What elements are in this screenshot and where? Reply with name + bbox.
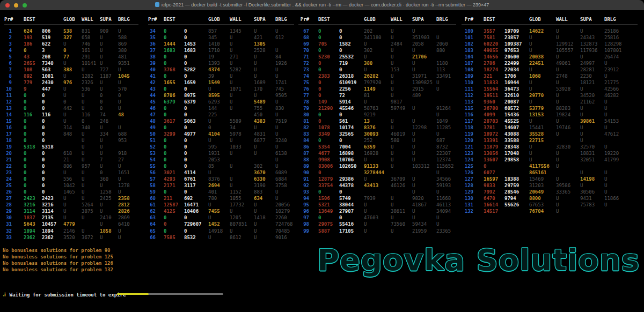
score-cell: 116 (42, 112, 63, 118)
score-cell: U (364, 54, 391, 60)
score-cell: 0 (42, 124, 63, 131)
score-cell: 24997 (580, 60, 604, 66)
score-cell: 6330 (254, 176, 275, 182)
score-cell: 3617 (164, 118, 184, 124)
problem-number: 130 (462, 195, 473, 202)
problem-number: 50 (148, 131, 156, 137)
score-cell: 2915 (412, 86, 436, 92)
score-cell: 49061 (556, 60, 580, 66)
problem-number: 1 (4, 28, 12, 34)
problem-number: 12 (4, 99, 12, 105)
table-row: 410039UUU (148, 73, 297, 79)
score-cell: U (580, 28, 604, 34)
table-row: 821078101748376U1229811285 (298, 124, 463, 131)
score-cell: U (118, 163, 138, 169)
spinner-icon: ⠼ (3, 292, 6, 298)
score-cell: U (82, 182, 100, 189)
problem-number: 112 (462, 92, 473, 99)
score-cell: 588 (118, 34, 138, 41)
score-cell: 0 (184, 144, 208, 150)
table-row: 112195113261029770U3452046282 (462, 92, 638, 99)
score-cell: 19709 (504, 28, 529, 34)
score-cell: 388 (63, 66, 82, 73)
table-row: 26001465U1258U (4, 189, 138, 195)
score-cell: 32565 (339, 131, 364, 137)
score-cell: 745 (275, 86, 297, 92)
table-row: 131166145562667653U75783U (462, 202, 638, 208)
score-cell: 115652 (436, 163, 463, 169)
score-cell: U (412, 66, 436, 73)
solutions-table-1: Pr#BESTGLOBWALLSUPABRLG1624806538831909U… (4, 16, 138, 241)
score-cell: U (118, 105, 138, 112)
score-cell: U (529, 99, 556, 105)
score-cell: U (275, 189, 297, 195)
score-cell: 6877 (254, 137, 275, 144)
problem-number: 82 (298, 124, 309, 131)
problem-number: 62 (148, 208, 156, 214)
score-cell: 25816 (604, 34, 631, 41)
score-cell: 25532 (339, 54, 364, 60)
score-cell: 16944 (504, 79, 529, 86)
score-cell: 9505 (275, 92, 297, 99)
problem-number: 54 (148, 157, 156, 163)
score-cell: 3875 (82, 208, 100, 214)
score-cell: 3672 (82, 234, 100, 241)
problem-number: 61 (148, 202, 156, 208)
score-cell: 0 (318, 86, 339, 92)
score-cell: 334 (100, 131, 118, 137)
score-cell: 1309825 (412, 79, 436, 86)
score-cell: 3758 (275, 182, 297, 189)
table-row: 1500U0246 (4, 118, 138, 124)
score-cell: 5282 (184, 66, 208, 73)
score-cell: 6077 (484, 169, 504, 176)
column-header: GLOB (529, 16, 556, 23)
terminal-content[interactable]: Pr#BESTGLOBWALLSUPABRLG1624806538831909U… (0, 10, 644, 312)
table-row: 982907555416U7356059434U (298, 221, 463, 227)
score-cell: U (391, 34, 412, 41)
score-cell: 2748 (556, 73, 580, 79)
column-header: BEST (24, 16, 42, 23)
score-cell: 806 (42, 28, 63, 34)
score-cell: 1837 (24, 214, 42, 221)
score-cell: U (412, 214, 436, 221)
score-cell: 0 (339, 189, 364, 195)
score-cell: 28703 (484, 118, 504, 124)
table-row: 9300UU (298, 189, 463, 195)
problem-number: 74 (298, 73, 309, 79)
score-cell: U (63, 41, 82, 47)
score-cell: U (63, 73, 82, 79)
table-row: 2832163216U5264U2812 (4, 202, 138, 208)
score-cell: U (100, 124, 118, 131)
score-cell: 421 (254, 34, 275, 41)
problem-number: 111 (462, 86, 473, 92)
problem-number: 95 (298, 202, 309, 208)
score-cell: 271 (230, 54, 254, 60)
score-cell: 705 (318, 41, 339, 47)
score-cell: 38044 (339, 202, 364, 208)
score-cell: 634 (254, 195, 275, 202)
score-cell: 0 (24, 47, 42, 54)
score-cell: 806 (63, 163, 82, 169)
score-cell: U (254, 208, 275, 214)
score-cell: 170 (254, 86, 275, 92)
score-cell: 8975 (184, 92, 208, 99)
score-cell: 85 (208, 163, 230, 169)
score-cell: 1149 (364, 86, 391, 92)
score-cell: 17105 (339, 228, 364, 234)
score-cell: 729607 (184, 221, 208, 227)
score-cell: 1741 (275, 79, 297, 86)
score-cell: U (412, 176, 436, 182)
score-cell: 15436 (504, 112, 529, 118)
table-row: 34008571345UU (148, 28, 297, 34)
table-row: 2400556U360U (4, 176, 138, 182)
problem-number: 44 (148, 92, 156, 99)
score-cell: U (412, 150, 436, 157)
score-cell: 1068 (529, 73, 556, 79)
score-cell: 4977 (184, 131, 208, 137)
problem-number: 7 (4, 66, 12, 73)
score-cell: 0 (318, 92, 339, 99)
score-cell: 22034 (504, 66, 529, 73)
window-titlebar[interactable]: icfpc-2021 — docker build -t submitter -… (0, 0, 644, 11)
score-cell: U (556, 118, 580, 124)
score-cell: 0 (164, 112, 184, 118)
